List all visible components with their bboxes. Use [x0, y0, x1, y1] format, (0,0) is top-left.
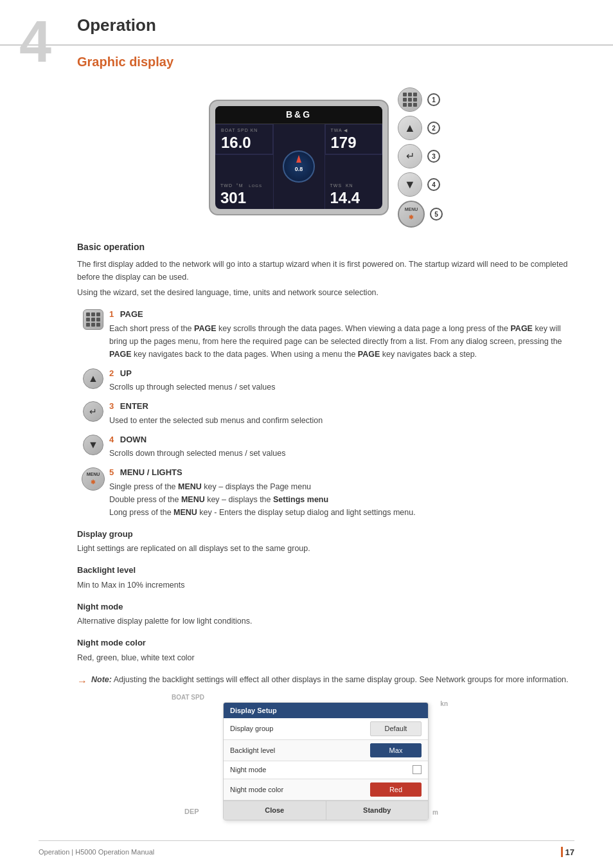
basic-operation-text-1: The first display added to the network w…	[77, 258, 574, 284]
device-value-4: 14.4	[330, 190, 378, 206]
item-text-1: Each short press of the PAGE key scrolls…	[109, 322, 574, 361]
grid-icon	[403, 93, 417, 107]
button-row-3: ↵ 3	[398, 144, 443, 168]
device-value-1: 16.0	[221, 134, 267, 151]
item-title-2: UP	[120, 368, 132, 378]
note-box: → Note: Adjusting the backlight settings…	[77, 673, 574, 689]
device-compass: 0.8	[283, 150, 315, 183]
main-content: B&G BOAT SPD kn 16.0 TWD °M LOGS	[0, 71, 613, 840]
item-row-4: ▼ 4 DOWN Scrolls down through selected m…	[77, 433, 574, 460]
button-row-1: 1	[398, 87, 443, 112]
device-display: B&G BOAT SPD kn 16.0 TWD °M LOGS	[209, 100, 389, 215]
item-number-5: 5	[109, 467, 114, 477]
button-row-2: ▲ 2	[398, 116, 443, 140]
up-button[interactable]: ▲	[398, 116, 422, 140]
enter-button[interactable]: ↵	[398, 144, 422, 168]
button-row-5: MENU ✱ 5	[398, 201, 443, 228]
night-mode-color-text: Red, green, blue, white text color	[77, 651, 574, 664]
item-row-5: MENU ✱ 5 MENU / LIGHTS Single press of t…	[77, 466, 574, 519]
item-content-3: 3 ENTER Used to enter the selected sub m…	[109, 400, 574, 427]
item-text-2: Scrolls up through selected menus / set …	[109, 381, 574, 393]
note-arrow-icon: →	[77, 674, 87, 689]
menu-icon: MENU ✱	[82, 467, 105, 491]
dialog-bg-label: BOAT SPD	[172, 692, 204, 702]
item-number-2: 2	[109, 368, 114, 378]
dialog-checkbox-night-mode[interactable]	[413, 765, 422, 774]
night-mode-color-title: Night mode color	[77, 637, 574, 649]
header-section: Operation	[0, 0, 613, 46]
device-cell-2: TWA ◀ 179	[325, 124, 383, 154]
settings-dialog: Display Setup Display group Default Back…	[223, 702, 429, 820]
basic-operation-title: Basic operation	[77, 240, 574, 254]
device-label-2: TWA ◀	[331, 127, 377, 134]
backlight-level-text: Min to Max in 10% increments	[77, 579, 574, 592]
note-content: Adjusting the backlight settings will ef…	[114, 675, 569, 684]
subsection-title: Graphic display	[0, 46, 613, 71]
page-number-large: 4	[19, 13, 51, 71]
page-footer: Operation | H5000 Operation Manual 17	[39, 840, 574, 859]
callout-3: 3	[427, 150, 440, 163]
device-logo: B&G	[286, 108, 312, 122]
dialog-wrapper: BOAT SPD kn DEP m Display Setup Display …	[223, 702, 429, 820]
item-icon-col-3: ↵	[77, 400, 109, 422]
footer-page-bar	[561, 847, 563, 857]
item-title-3: ENTER	[120, 401, 148, 411]
item-text-4: Scrolls down through selected menus / se…	[109, 447, 574, 460]
footer-page-number: 17	[561, 846, 574, 859]
menu-button[interactable]: MENU ✱	[398, 201, 425, 228]
dialog-value-night-color[interactable]: Red	[370, 782, 422, 797]
device-top-bar: B&G	[215, 106, 382, 124]
down-icon: ▼	[83, 435, 103, 455]
dialog-close-button[interactable]: Close	[224, 801, 326, 820]
page-icon	[83, 309, 103, 330]
dialog-label-night-mode: Night mode	[230, 764, 413, 775]
callout-5: 5	[430, 208, 443, 221]
settings-dialog-container: BOAT SPD kn DEP m Display Setup Display …	[77, 702, 574, 820]
items-section: 1 PAGE Each short press of the PAGE key …	[77, 308, 574, 519]
device-value-2: 179	[331, 134, 377, 151]
dialog-row-night-mode: Night mode	[224, 761, 428, 779]
device-inner: B&G BOAT SPD kn 16.0 TWD °M LOGS	[215, 106, 382, 209]
footer-page-text: 17	[565, 846, 574, 859]
night-mode-text: Alternative display palette for low ligh…	[77, 615, 574, 628]
page-button[interactable]	[398, 87, 422, 112]
device-image-container: B&G BOAT SPD kn 16.0 TWD °M LOGS	[77, 87, 574, 228]
item-icon-col-2: ▲	[77, 367, 109, 389]
down-button[interactable]: ▼	[398, 172, 422, 197]
backlight-level-title: Backlight level	[77, 564, 574, 577]
callout-2: 2	[427, 122, 440, 134]
side-buttons: 1 ▲ 2 ↵ 3 ▼ 4	[398, 87, 443, 228]
item-title-1: PAGE	[120, 309, 143, 319]
page-icon-grid	[86, 312, 100, 327]
dialog-row-display-group: Display group Default	[224, 718, 428, 740]
item-number-3: 3	[109, 401, 114, 411]
basic-operation-text-2: Using the wizard, set the desired langua…	[77, 286, 574, 299]
up-icon: ▲	[83, 368, 103, 389]
dialog-standby-button[interactable]: Standby	[326, 801, 429, 820]
display-group-title: Display group	[77, 528, 574, 541]
dialog-bg-dep: DEP	[184, 806, 199, 817]
dialog-footer: Close Standby	[224, 800, 428, 820]
section-title: Operation	[77, 13, 574, 38]
item-row-3: ↵ 3 ENTER Used to enter the selected sub…	[77, 400, 574, 427]
dialog-label-night-color: Night mode color	[230, 784, 370, 795]
dialog-row-backlight: Backlight level Max	[224, 740, 428, 762]
device-label-1: BOAT SPD kn	[221, 127, 267, 134]
item-icon-col-1	[77, 308, 109, 330]
dialog-label-backlight: Backlight level	[230, 745, 370, 756]
dialog-value-backlight[interactable]: Max	[370, 743, 422, 758]
device-data-area: BOAT SPD kn 16.0 TWD °M LOGS 301	[215, 124, 382, 209]
callout-1: 1	[427, 93, 440, 106]
footer-left-text: Operation | H5000 Operation Manual	[39, 847, 154, 858]
compass-value: 0.8	[295, 165, 303, 174]
callout-4: 4	[427, 178, 440, 191]
dialog-header: Display Setup	[224, 703, 428, 719]
dialog-value-display-group[interactable]: Default	[370, 721, 422, 736]
item-text-3: Used to enter the selected sub menus and…	[109, 414, 574, 427]
item-icon-col-4: ▼	[77, 433, 109, 455]
item-content-1: 1 PAGE Each short press of the PAGE key …	[109, 308, 574, 361]
item-icon-col-5: MENU ✱	[77, 466, 109, 491]
item-number-1: 1	[109, 309, 114, 319]
item-title-4: DOWN	[120, 435, 147, 444]
item-number-4: 4	[109, 435, 114, 444]
